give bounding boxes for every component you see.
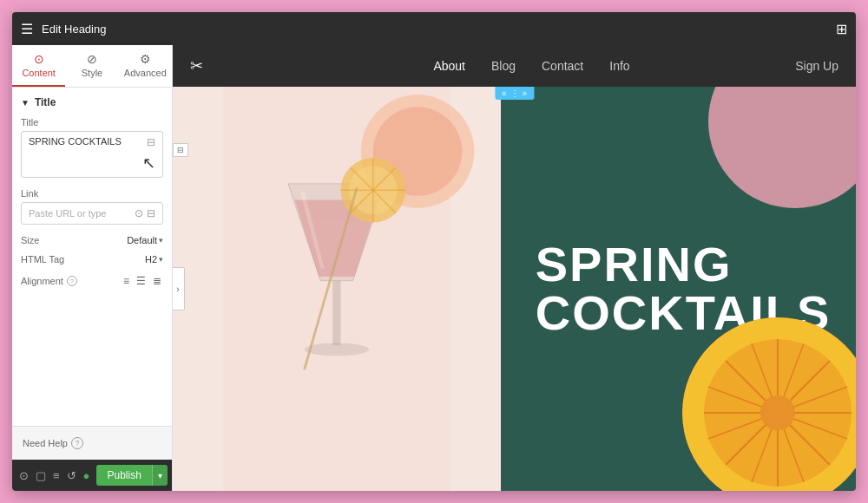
title-field-label: Title xyxy=(21,117,163,127)
link-icon[interactable]: ⊙ xyxy=(135,207,143,219)
section-header-title[interactable]: ▼ Title xyxy=(21,96,163,108)
grapefruit-corner xyxy=(682,317,856,491)
publish-btn-group: Publish ▾ xyxy=(96,465,167,486)
alignment-help-icon: ? xyxy=(67,276,77,286)
need-help[interactable]: Need Help ? xyxy=(23,437,161,449)
editor-window: ☰ Edit Heading ⊞ ⊙ Content ⊘ Style xyxy=(12,12,856,491)
align-right-btn[interactable]: ≣ xyxy=(151,273,163,289)
tab-style[interactable]: ⊘ Style xyxy=(65,45,118,87)
link-input[interactable]: Paste URL or type ⊙ ⊟ xyxy=(21,202,163,225)
size-row: Size Default ▾ xyxy=(21,235,163,245)
title-input-value: SPRING COCKTAILS xyxy=(29,136,122,147)
help-icon: ? xyxy=(71,437,83,449)
size-value: Default xyxy=(127,235,157,245)
hamburger-icon[interactable]: ☰ xyxy=(21,21,33,37)
tab-advanced[interactable]: ⚙ Advanced xyxy=(119,45,172,87)
sidebar: ⊙ Content ⊘ Style ⚙ Advanced xyxy=(12,45,173,491)
footer-icon-circle[interactable]: ⊙ xyxy=(19,469,29,482)
tab-content[interactable]: ⊙ Content xyxy=(12,45,65,87)
preview-content: ⊟ xyxy=(173,87,856,491)
align-left-btn[interactable]: ≡ xyxy=(122,273,131,289)
section-collapse-arrow: ▼ xyxy=(21,98,30,108)
svg-point-22 xyxy=(760,395,795,430)
sidebar-content: ▼ Title Title SPRING COCKTAILS ⊟ ↖ Link xyxy=(12,88,172,426)
sidebar-bottom: Need Help ? xyxy=(12,426,172,460)
size-select-arrow: ▾ xyxy=(159,236,163,245)
link-icons: ⊙ ⊟ xyxy=(135,207,155,219)
svg-rect-3 xyxy=(332,281,340,346)
size-label: Size xyxy=(21,235,39,245)
top-bar-title: Edit Heading xyxy=(42,23,106,36)
preview-nav-links: About Blog Contact Info xyxy=(398,59,629,73)
top-bar: ☰ Edit Heading ⊞ xyxy=(12,12,856,45)
footer-icon-square[interactable]: ▢ xyxy=(36,469,46,482)
need-help-label: Need Help xyxy=(23,438,68,448)
html-tag-value: H2 xyxy=(145,254,157,265)
sidebar-tabs: ⊙ Content ⊘ Style ⚙ Advanced xyxy=(12,45,172,88)
pink-circle xyxy=(708,87,856,208)
footer-icon-check[interactable]: ● xyxy=(83,469,90,482)
advanced-tab-label: Advanced xyxy=(124,68,167,78)
html-tag-arrow: ▾ xyxy=(159,255,163,264)
html-tag-row: HTML Tag H2 ▾ xyxy=(21,254,163,265)
main-area: ⊙ Content ⊘ Style ⚙ Advanced xyxy=(12,45,856,491)
resize-bar[interactable]: « ⋮ » xyxy=(495,87,534,100)
link-clear-icon[interactable]: ⊟ xyxy=(147,207,155,219)
side-arrow[interactable]: › xyxy=(173,267,185,310)
preview-signup[interactable]: Sign Up xyxy=(795,59,838,73)
content-tab-label: Content xyxy=(22,68,56,78)
publish-dropdown-button[interactable]: ▾ xyxy=(152,465,168,486)
alignment-buttons: ≡ ☰ ≣ xyxy=(122,273,163,289)
cocktail-glass-svg xyxy=(173,87,501,491)
advanced-tab-icon: ⚙ xyxy=(140,52,151,66)
heading-line1: SPRING xyxy=(536,240,832,289)
svg-point-4 xyxy=(305,343,370,356)
column-handle[interactable]: ⊟ xyxy=(173,143,188,157)
sidebar-footer: ⊙ ▢ ≡ ↺ ● Publish ▾ xyxy=(12,460,172,491)
preview-area: ✂ About Blog Contact Info Sign Up « ⋮ » xyxy=(173,45,856,491)
cocktail-image-area: ⊟ xyxy=(173,87,501,491)
html-tag-select[interactable]: H2 ▾ xyxy=(145,254,163,265)
style-tab-label: Style xyxy=(82,68,102,78)
preview-nav: ✂ About Blog Contact Info Sign Up xyxy=(173,45,856,87)
alignment-label: Alignment ? xyxy=(21,276,77,286)
html-tag-label: HTML Tag xyxy=(21,254,64,265)
resize-handle: ⋮ xyxy=(510,88,519,98)
section-title-label: Title xyxy=(35,96,56,108)
top-bar-left: ☰ Edit Heading xyxy=(21,21,106,37)
grapefruit-svg xyxy=(682,317,856,491)
content-tab-icon: ⊙ xyxy=(34,52,44,66)
nav-link-contact[interactable]: Contact xyxy=(542,59,583,73)
preview-logo: ✂ xyxy=(190,56,203,75)
nav-link-about[interactable]: About xyxy=(433,59,465,73)
nav-link-blog[interactable]: Blog xyxy=(491,59,516,73)
resize-right-arrow: » xyxy=(523,88,528,98)
footer-icon-refresh[interactable]: ↺ xyxy=(67,469,76,482)
link-field-label: Link xyxy=(21,188,163,199)
grid-icon[interactable]: ⊞ xyxy=(836,21,847,37)
alignment-row: Alignment ? ≡ ☰ ≣ xyxy=(21,273,163,289)
title-input-wrapper[interactable]: SPRING COCKTAILS ⊟ ↖ xyxy=(21,131,163,178)
footer-icon-lines[interactable]: ≡ xyxy=(53,469,60,482)
title-delete-icon[interactable]: ⊟ xyxy=(147,136,155,148)
style-tab-icon: ⊘ xyxy=(87,52,97,66)
publish-button[interactable]: Publish xyxy=(96,465,151,486)
outer-frame: ☰ Edit Heading ⊞ ⊙ Content ⊘ Style xyxy=(0,0,868,503)
align-center-btn[interactable]: ☰ xyxy=(135,273,148,289)
nav-link-info[interactable]: Info xyxy=(609,59,629,73)
cursor-indicator: ↖ xyxy=(142,154,155,173)
link-placeholder: Paste URL or type xyxy=(29,208,106,219)
resize-left-arrow: « xyxy=(502,88,507,98)
size-select[interactable]: Default ▾ xyxy=(127,235,163,245)
dark-area: SPRING COCKTAILS xyxy=(501,87,856,491)
